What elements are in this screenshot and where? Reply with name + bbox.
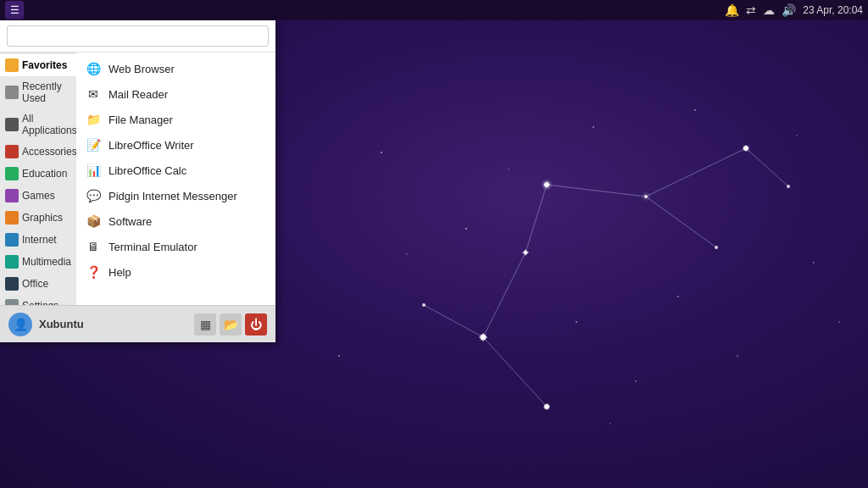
cat-icon-settings [5, 299, 19, 305]
category-item-favorites[interactable]: Favorites [0, 54, 76, 76]
svg-point-14 [644, 195, 648, 198]
category-item-settings[interactable]: Settings [0, 295, 76, 305]
app-menu-button[interactable]: ☰ [5, 1, 24, 19]
svg-point-44 [576, 321, 577, 323]
svg-point-47 [508, 169, 509, 170]
cat-icon-education [5, 167, 19, 180]
menu-body: Favorites Recently Used All Applications… [0, 53, 275, 305]
cloud-icon[interactable]: ☁ [763, 3, 775, 17]
svg-point-46 [406, 253, 408, 255]
svg-point-25 [481, 335, 487, 341]
category-item-education[interactable]: Education [0, 163, 76, 185]
app-menu: Favorites Recently Used All Applications… [0, 20, 275, 342]
username-label: Xubuntu [39, 318, 84, 330]
app-icon-help: ❓ [85, 263, 102, 280]
app-item-mail-reader[interactable]: ✉ Mail Reader [76, 81, 275, 107]
category-item-office[interactable]: Office [0, 273, 76, 295]
taskbar-right: 🔔 ⇄ ☁ 🔊 23 Apr, 20:04 [725, 3, 863, 17]
app-label-libreoffice-writer: LibreOffice Writer [108, 139, 194, 152]
app-item-help[interactable]: ❓ Help [76, 259, 275, 285]
svg-line-4 [483, 252, 526, 337]
cat-label-recently-used: Recently Used [22, 80, 71, 104]
cat-label-accessories: Accessories [22, 146, 76, 158]
cat-icon-recently-used [5, 86, 19, 99]
app-item-web-browser[interactable]: 🌐 Web Browser [76, 56, 275, 81]
svg-point-38 [593, 126, 594, 128]
network-icon[interactable]: ⇄ [746, 3, 756, 17]
cat-icon-office [5, 277, 19, 291]
svg-point-15 [642, 192, 650, 201]
category-item-multimedia[interactable]: Multimedia [0, 251, 76, 273]
app-icon-terminal: 🖥 [85, 238, 102, 255]
svg-line-7 [746, 148, 788, 186]
cat-label-favorites: Favorites [22, 59, 67, 71]
app-item-libreoffice-writer[interactable]: 📝 LibreOffice Writer [76, 132, 275, 158]
app-label-web-browser: Web Browser [108, 63, 175, 75]
user-info: 👤 Xubuntu [8, 313, 84, 336]
app-item-software[interactable]: 📦 Software [76, 208, 275, 234]
power-icon: ⏻ [250, 318, 262, 331]
svg-point-35 [422, 303, 426, 307]
category-item-internet[interactable]: Internet [0, 229, 76, 251]
app-label-help: Help [108, 266, 131, 279]
svg-line-29 [480, 334, 487, 341]
svg-line-33 [544, 404, 550, 410]
svg-point-48 [609, 423, 611, 424]
app-label-file-manager: File Manager [108, 114, 173, 126]
svg-point-16 [715, 246, 718, 249]
app-icon-libreoffice-writer: 📝 [85, 136, 102, 153]
folder-icon: 📂 [224, 318, 238, 331]
app-label-mail-reader: Mail Reader [108, 88, 168, 101]
avatar-icon: 👤 [14, 318, 28, 331]
power-button[interactable]: ⏻ [245, 313, 267, 336]
user-avatar: 👤 [8, 313, 32, 336]
cat-icon-favorites [5, 58, 19, 72]
svg-line-0 [547, 185, 646, 197]
cat-label-all-applications: All Applications [22, 113, 76, 136]
svg-point-30 [544, 404, 549, 409]
app-label-software: Software [108, 215, 152, 228]
category-item-accessories[interactable]: Accessories [0, 141, 76, 163]
volume-icon[interactable]: 🔊 [782, 3, 796, 17]
cat-icon-all-applications [5, 118, 19, 131]
apps-panel: 🌐 Web Browser ✉ Mail Reader 📁 File Manag… [76, 53, 275, 305]
cat-label-internet: Internet [22, 234, 57, 246]
app-item-libreoffice-calc[interactable]: 📊 LibreOffice Calc [76, 158, 275, 183]
svg-point-51 [838, 321, 840, 323]
svg-point-49 [737, 355, 738, 357]
search-input[interactable] [7, 25, 269, 47]
svg-line-6 [424, 305, 483, 337]
files-button[interactable]: ▦ [194, 313, 216, 336]
cat-label-office: Office [22, 278, 48, 290]
svg-point-43 [635, 380, 637, 382]
svg-point-22 [524, 251, 528, 255]
svg-point-41 [813, 262, 815, 263]
svg-point-37 [381, 152, 382, 153]
app-icon-file-manager: 📁 [85, 111, 102, 128]
app-item-terminal[interactable]: 🖥 Terminal Emulator [76, 234, 275, 259]
svg-point-40 [465, 228, 467, 230]
svg-line-21 [743, 146, 749, 152]
category-item-all-applications[interactable]: All Applications [0, 108, 76, 141]
cat-label-multimedia: Multimedia [22, 256, 71, 268]
categories-panel: Favorites Recently Used All Applications… [0, 53, 76, 305]
folder-button[interactable]: 📂 [220, 313, 242, 336]
category-item-recently-used[interactable]: Recently Used [0, 76, 76, 108]
files-icon: ▦ [200, 318, 211, 331]
svg-point-36 [787, 185, 790, 188]
category-item-games[interactable]: Games [0, 185, 76, 207]
svg-point-45 [694, 109, 696, 111]
svg-point-8 [544, 182, 549, 187]
category-item-graphics[interactable]: Graphics [0, 207, 76, 229]
svg-line-1 [646, 197, 716, 247]
footer-actions: ▦ 📂 ⏻ [194, 313, 267, 336]
svg-line-20 [743, 146, 749, 152]
taskbar: ☰ 🔔 ⇄ ☁ 🔊 23 Apr, 20:04 [0, 0, 868, 20]
menu-footer: 👤 Xubuntu ▦ 📂 ⏻ [0, 305, 275, 342]
cat-icon-multimedia [5, 255, 19, 269]
cat-label-graphics: Graphics [22, 212, 63, 224]
svg-point-17 [743, 146, 748, 151]
notification-icon[interactable]: 🔔 [725, 3, 739, 17]
app-item-pidgin[interactable]: 💬 Pidgin Internet Messenger [76, 183, 275, 208]
app-item-file-manager[interactable]: 📁 File Manager [76, 107, 275, 132]
